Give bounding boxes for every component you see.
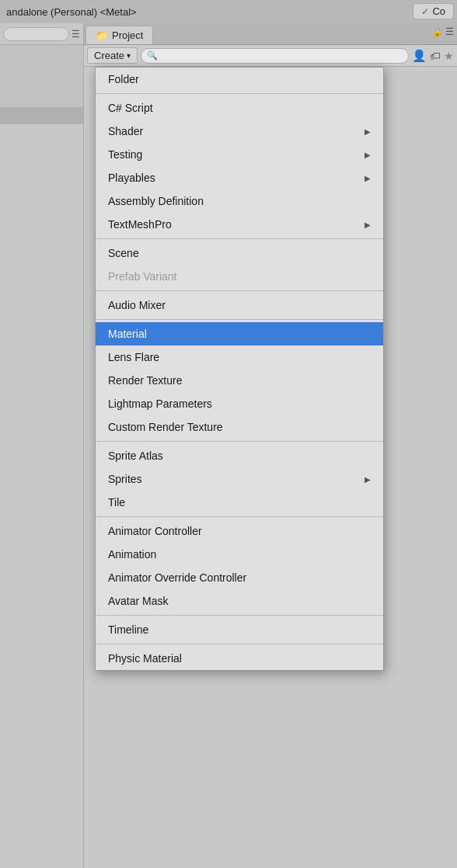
dropdown-menu: Folder C# Script Shader ▶ Testing ▶ Play… <box>95 67 384 671</box>
divider-3 <box>96 290 383 291</box>
timeline-label: Timeline <box>108 623 148 636</box>
divider-8 <box>96 644 383 644</box>
menu-item-assembly[interactable]: Assembly Definition <box>96 189 383 213</box>
menu-item-audio-mixer[interactable]: Audio Mixer <box>96 293 383 317</box>
testing-arrow: ▶ <box>365 151 371 159</box>
person-icon[interactable]: 👤 <box>412 49 427 63</box>
sidebar-content <box>0 107 83 868</box>
animator-override-label: Animator Override Controller <box>108 571 246 584</box>
menu-section-6: Sprite Atlas Sprites ▶ Tile <box>96 444 383 514</box>
divider-2 <box>96 238 383 239</box>
left-sidebar: ☰ <box>0 23 84 868</box>
divider-4 <box>96 319 383 320</box>
menu-item-csharp[interactable]: C# Script <box>96 96 383 120</box>
audio-mixer-label: Audio Mixer <box>108 299 166 311</box>
sidebar-selected-item[interactable] <box>0 107 83 124</box>
create-button[interactable]: Create ▾ <box>87 47 138 64</box>
menu-item-sprites[interactable]: Sprites ▶ <box>96 467 383 491</box>
star-icon[interactable]: ★ <box>444 50 454 62</box>
sidebar-controls: ☰ <box>0 23 83 45</box>
menu-item-prefab-variant[interactable]: Prefab Variant <box>96 265 383 288</box>
tag-icon[interactable]: 🏷 <box>430 50 441 62</box>
sprite-atlas-label: Sprite Atlas <box>108 450 163 462</box>
sidebar-menu-icon[interactable]: ☰ <box>72 29 80 40</box>
shader-label: Shader <box>108 125 143 137</box>
project-tab[interactable]: 📁 Project <box>85 26 153 44</box>
title-text: andalone (Personal) <Metal> <box>0 6 137 18</box>
menu-section-2: C# Script Shader ▶ Testing ▶ Playables ▶… <box>96 96 383 236</box>
panel-tab-bar: 📁 Project 🔒 ☰ <box>84 23 457 45</box>
lightmap-params-label: Lightmap Parameters <box>108 398 212 410</box>
menu-item-animation[interactable]: Animation <box>96 543 383 566</box>
menu-section-1: Folder <box>96 68 383 91</box>
panel-top-controls: 🔒 ☰ <box>432 26 454 37</box>
menu-item-folder[interactable]: Folder <box>96 68 383 91</box>
menu-item-avatar-mask[interactable]: Avatar Mask <box>96 589 383 613</box>
menu-item-custom-render-texture[interactable]: Custom Render Texture <box>96 415 383 439</box>
menu-item-playables[interactable]: Playables ▶ <box>96 166 383 189</box>
material-label: Material <box>108 328 147 340</box>
menu-item-lightmap-params[interactable]: Lightmap Parameters <box>96 392 383 415</box>
assembly-label: Assembly Definition <box>108 195 204 207</box>
menu-item-scene[interactable]: Scene <box>96 241 383 265</box>
menu-item-sprite-atlas[interactable]: Sprite Atlas <box>96 444 383 467</box>
menu-section-8: Timeline <box>96 618 383 641</box>
scene-label: Scene <box>108 247 139 259</box>
playables-arrow: ▶ <box>365 174 371 182</box>
folder-label: Folder <box>108 73 139 85</box>
checkmark-icon: ✓ <box>421 6 429 17</box>
animator-controller-label: Animator Controller <box>108 525 202 537</box>
lens-flare-label: Lens Flare <box>108 351 159 363</box>
divider-6 <box>96 516 383 517</box>
menu-item-animator-override[interactable]: Animator Override Controller <box>96 566 383 589</box>
lock-icon[interactable]: 🔒 <box>432 27 443 37</box>
create-label: Create <box>94 50 124 61</box>
divider-7 <box>96 615 383 616</box>
menu-section-7: Animator Controller Animation Animator O… <box>96 519 383 613</box>
panel-menu-icon[interactable]: ☰ <box>445 26 454 37</box>
search-input[interactable] <box>141 48 409 64</box>
shader-arrow: ▶ <box>365 127 371 136</box>
divider-5 <box>96 441 383 442</box>
tile-label: Tile <box>108 496 125 509</box>
menu-section-5: Material Lens Flare Render Texture Light… <box>96 322 383 439</box>
menu-item-physic-material[interactable]: Physic Material <box>96 647 383 670</box>
menu-item-animator-controller[interactable]: Animator Controller <box>96 519 383 543</box>
menu-item-textmeshpro[interactable]: TextMeshPro ▶ <box>96 213 383 236</box>
sidebar-search-box <box>3 27 69 41</box>
animation-label: Animation <box>108 548 156 561</box>
menu-item-shader[interactable]: Shader ▶ <box>96 120 383 143</box>
sprites-label: Sprites <box>108 473 142 485</box>
toolbar: Create ▾ 🔍 👤 🏷 ★ <box>84 45 457 67</box>
create-arrow-icon: ▾ <box>127 51 131 60</box>
textmeshpro-arrow: ▶ <box>365 220 371 229</box>
avatar-mask-label: Avatar Mask <box>108 595 169 607</box>
custom-render-texture-label: Custom Render Texture <box>108 421 223 433</box>
menu-item-tile[interactable]: Tile <box>96 491 383 514</box>
title-bar: andalone (Personal) <Metal> ✓ Co <box>0 0 457 23</box>
folder-icon: 📁 <box>96 30 108 41</box>
menu-item-lens-flare[interactable]: Lens Flare <box>96 345 383 369</box>
testing-label: Testing <box>108 148 142 161</box>
project-tab-label: Project <box>112 30 143 41</box>
co-label: Co <box>432 5 445 17</box>
textmeshpro-label: TextMeshPro <box>108 218 172 231</box>
playables-label: Playables <box>108 172 155 184</box>
menu-item-testing[interactable]: Testing ▶ <box>96 143 383 166</box>
menu-item-render-texture[interactable]: Render Texture <box>96 369 383 392</box>
menu-item-timeline[interactable]: Timeline <box>96 618 383 641</box>
menu-section-3: Scene Prefab Variant <box>96 241 383 288</box>
sprites-arrow: ▶ <box>365 475 371 484</box>
csharp-label: C# Script <box>108 102 153 114</box>
menu-item-material[interactable]: Material <box>96 322 383 345</box>
prefab-variant-label: Prefab Variant <box>108 270 176 283</box>
render-texture-label: Render Texture <box>108 374 182 387</box>
physic-material-label: Physic Material <box>108 652 182 665</box>
menu-section-4: Audio Mixer <box>96 293 383 317</box>
search-wrapper: 🔍 <box>141 48 409 64</box>
co-button[interactable]: ✓ Co <box>413 3 454 19</box>
menu-section-9: Physic Material <box>96 647 383 670</box>
divider-1 <box>96 93 383 94</box>
